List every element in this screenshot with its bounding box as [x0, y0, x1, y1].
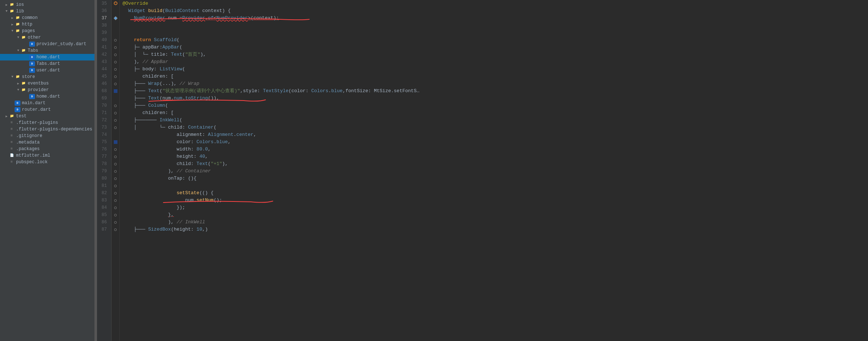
gutter-82 — [112, 189, 119, 197]
sidebar-item-flutter-plugins-dep[interactable]: ≡ .flutter-plugins-dependencies — [0, 126, 94, 133]
code-text — [145, 7, 148, 15]
sidebar-item-provider-study[interactable]: D provider_study.dart — [0, 41, 94, 47]
code-text: ( — [159, 95, 162, 102]
code-text: ( — [214, 124, 217, 131]
gutter-45 — [112, 73, 119, 80]
chevron-right-icon — [4, 3, 9, 7]
sidebar-item-provider[interactable]: 📁 provider — [0, 87, 94, 93]
chevron-down-icon — [16, 88, 20, 92]
line-num-42: 42 — [100, 51, 108, 58]
line-num-76: 76 — [100, 146, 108, 153]
line-num-80: 80 — [100, 175, 108, 182]
chevron-down-icon — [10, 75, 15, 79]
gutter-85 — [112, 211, 119, 219]
gutter-78 — [112, 160, 119, 168]
line-num-37: 37 — [100, 15, 108, 22]
sidebar-item-ios[interactable]: 📁 ios — [0, 1, 94, 8]
code-line-69: ├─── Text(num.num.toString()), — [120, 95, 868, 102]
sidebar-item-label: provider — [28, 87, 93, 93]
code-text: (...), — [159, 80, 179, 87]
gutter-42 — [112, 51, 119, 58]
sidebar-item-pubspec-lock[interactable]: ≡ pubspec.lock — [0, 159, 94, 165]
line-num-70: 70 — [100, 102, 108, 109]
gutter-43 — [112, 58, 119, 66]
code-text: NumProvider — [134, 15, 165, 22]
line-num-87: 87 — [100, 226, 108, 233]
code-line-35: @Override — [120, 0, 868, 7]
sidebar-item-packages[interactable]: ≡ .packages — [0, 146, 94, 152]
code-text: blue — [331, 87, 342, 95]
line-num-82: 82 — [100, 189, 108, 197]
sidebar-item-label: .flutter-plugins-dependencies — [16, 127, 93, 132]
code-text: "首页" — [185, 51, 201, 58]
config-file-icon: ≡ — [9, 146, 15, 152]
code-text: Scaffold — [154, 36, 177, 44]
dart-file-icon: D — [15, 101, 20, 106]
sidebar-item-http[interactable]: 📁 http — [0, 21, 94, 28]
line-num-72: 72 — [100, 117, 108, 124]
sidebar-item-tabs-dart[interactable]: D Tabs.dart — [0, 60, 94, 67]
gutter-37 — [112, 15, 119, 22]
sidebar-item-other[interactable]: 📁 other — [0, 34, 94, 41]
folder-icon: 📁 — [9, 2, 15, 7]
line-num-77: 77 — [100, 153, 108, 160]
sidebar-item-flutter-plugins[interactable]: ≡ .flutter-plugins — [0, 119, 94, 126]
sidebar-item-metadata[interactable]: ≡ .metadata — [0, 139, 94, 146]
gutter-44 — [112, 66, 119, 73]
gutter-46 — [112, 80, 119, 87]
code-line-75: color: Colors.blue, — [120, 138, 868, 146]
code-text: ├─ appBar: — [123, 44, 162, 51]
sidebar-item-label: Tabs — [28, 48, 93, 53]
sidebar-item-label: provider_study.dart — [36, 42, 93, 47]
code-line-78: child: Text("+1"), — [120, 160, 868, 168]
sidebar-item-common[interactable]: 📁 common — [0, 15, 94, 21]
code-text: ( — [162, 7, 165, 15]
code-text — [123, 7, 128, 15]
gutter-40 — [112, 36, 119, 44]
line-num-35: 35 — [100, 0, 108, 7]
code-line-45: children: [ — [120, 73, 868, 80]
gutter-84 — [112, 204, 119, 211]
code-text: height: — [123, 153, 199, 160]
code-text: (); — [214, 197, 222, 204]
code-line-38 — [120, 22, 868, 29]
code-line-42: │ └─ title: Text("首页"), — [120, 51, 868, 58]
sidebar-item-home-dart[interactable]: D home.dart — [0, 54, 94, 60]
code-text: ()) — [208, 95, 216, 102]
sidebar-item-mtflutter-iml[interactable]: 📄 mtflutter.iml — [0, 152, 94, 159]
line-num-81: 81 — [100, 182, 108, 189]
code-text: ├─── — [123, 95, 148, 102]
sidebar-item-router-dart[interactable]: D router.dart — [0, 106, 94, 113]
code-text: , — [217, 95, 220, 102]
code-text: Text — [148, 87, 159, 95]
gutter-79 — [112, 168, 119, 175]
code-text: toString — [185, 95, 208, 102]
sidebar-item-lib[interactable]: 📁 lib — [0, 8, 94, 15]
chevron-down-icon — [10, 29, 15, 33]
code-text: "+1" — [211, 160, 222, 168]
folder-icon: 📁 — [20, 87, 26, 93]
gutter-80 — [112, 175, 119, 182]
code-text: ), — [222, 160, 228, 168]
sidebar-item-eventbus[interactable]: 📁 eventbus — [0, 80, 94, 87]
code-text: ( — [159, 87, 162, 95]
sidebar-item-tabs-folder[interactable]: 📁 Tabs — [0, 47, 94, 54]
code-line-37: NumProvider num =Provider.of<NumProvider… — [120, 15, 868, 22]
code-text: blue — [216, 138, 228, 146]
line-num-40: 40 — [100, 36, 108, 44]
sidebar-item-test[interactable]: 📁 test — [0, 113, 94, 119]
sidebar-item-gitignore[interactable]: ≡ .gitignore — [0, 133, 94, 139]
line-num-83: 83 — [100, 197, 108, 204]
gutter-86 — [112, 219, 119, 226]
sidebar-item-store[interactable]: 📁 store — [0, 74, 94, 80]
gutter-74 — [112, 131, 119, 138]
sidebar-item-label: .flutter-plugins — [16, 120, 93, 125]
sidebar-item-store-home-dart[interactable]: D home.dart — [0, 93, 94, 100]
code-line-68: ├─── Text("状态管理示例(请到个人中心查看)",style: Text… — [120, 87, 868, 95]
file-tree[interactable]: 📁 ios 📁 lib 📁 common 📁 http 📁 pages 📁 ot… — [0, 0, 95, 341]
dart-file-icon: D — [15, 107, 20, 112]
sidebar-item-user-dart[interactable]: D user.dart — [0, 67, 94, 74]
folder-icon: 📁 — [15, 15, 20, 20]
sidebar-item-main-dart[interactable]: D main.dart — [0, 100, 94, 106]
sidebar-item-pages[interactable]: 📁 pages — [0, 28, 94, 34]
